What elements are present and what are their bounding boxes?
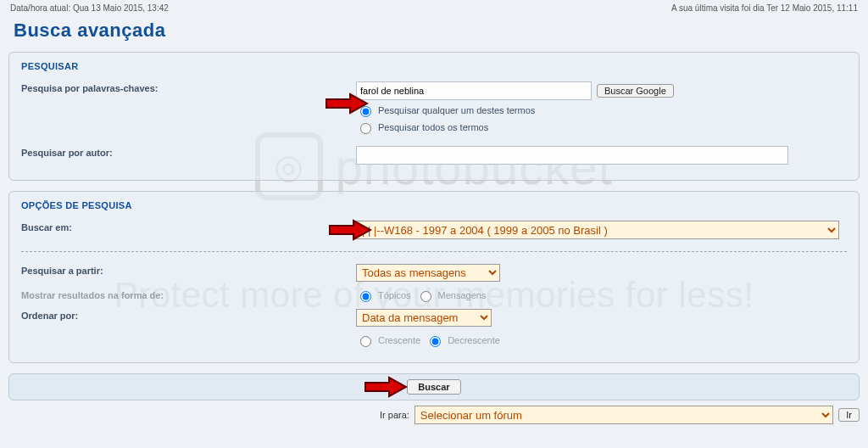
last-visit-datetime: A sua última visita foi dia Ter 12 Maio … [671,3,858,13]
search-panel-header: PESQUISAR [21,61,847,71]
keywords-label: Pesquisa por palavras-chaves: [21,81,356,93]
search-in-select[interactable]: | | |--W168 - 1997 a 2004 ( 1999 a 2005 … [356,221,839,239]
jump-go-button[interactable] [838,408,860,422]
search-in-label: Buscar em: [21,221,356,232]
search-button[interactable] [407,379,460,395]
display-as-topics-option[interactable]: Tópicos [356,288,411,302]
search-panel: PESQUISAR Pesquisa por palavras-chaves: … [8,52,860,181]
divider [21,251,847,252]
jump-to-row: Ir para: Selecionar um fórum [8,406,860,424]
svg-marker-2 [365,378,406,396]
display-as-label: Mostrar resultados na forma de: [21,288,356,300]
since-label: Pesquisar a partir: [21,264,356,276]
current-datetime: Data/hora atual: Qua 13 Maio 2015, 13:42 [10,3,169,13]
term-mode-all-radio[interactable] [360,123,371,134]
term-mode-any-option[interactable]: Pesquisar qualquer um destes termos [356,104,847,117]
dir-asc-option[interactable]: Crescente [356,333,420,347]
sort-select[interactable]: Data da mensagem [356,309,492,327]
sort-label: Ordenar por: [21,309,356,321]
since-select[interactable]: Todas as mensagens [356,264,500,282]
jump-to-select[interactable]: Selecionar um fórum [415,406,833,424]
jump-to-label: Ir para: [380,410,409,420]
search-google-button[interactable] [597,84,674,98]
author-label: Pesquisar por autor: [21,146,356,158]
page-title: Busca avançada [14,20,860,42]
options-panel-header: OPÇÕES DE PESQUISA [21,200,847,210]
display-as-posts-radio[interactable] [420,291,431,302]
display-as-topics-radio[interactable] [360,291,371,302]
keywords-input[interactable] [356,81,592,100]
author-input[interactable] [356,146,788,165]
status-bar: Data/hora atual: Qua 13 Maio 2015, 13:42… [8,3,860,20]
submit-bar [8,373,860,400]
term-mode-all-option[interactable]: Pesquisar todos os termos [356,120,847,134]
dir-desc-radio[interactable] [430,336,441,347]
hint-arrow-icon [364,376,408,398]
display-as-posts-option[interactable]: Mensagens [416,288,487,302]
dir-asc-radio[interactable] [360,336,371,347]
dir-desc-option[interactable]: Decrescente [426,333,500,347]
options-panel: OPÇÕES DE PESQUISA Buscar em: | | |--W16… [8,191,860,363]
term-mode-any-radio[interactable] [360,106,371,117]
